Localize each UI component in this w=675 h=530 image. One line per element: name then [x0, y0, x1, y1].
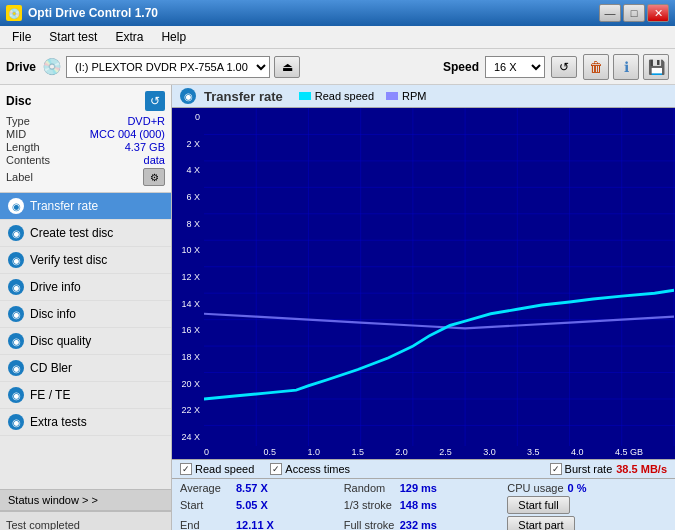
nav-item-extra-tests[interactable]: ◉ Extra tests [0, 409, 171, 436]
disc-type-value: DVD+R [127, 115, 165, 127]
progress-area: Test completed [0, 511, 171, 530]
burst-rate-container: ✓ Burst rate 38.5 MB/s [550, 463, 667, 475]
checkbox-burst-rate-box[interactable]: ✓ [550, 463, 562, 475]
menu-start-test[interactable]: Start test [41, 28, 105, 46]
disc-refresh-button[interactable]: ↺ [145, 91, 165, 111]
chart-wrapper: 24 X 22 X 20 X 18 X 16 X 14 X 12 X 10 X … [172, 108, 675, 446]
eject-button[interactable]: ⏏ [274, 56, 300, 78]
nav-label-drive-info: Drive info [30, 280, 81, 294]
nav-label-transfer-rate: Transfer rate [30, 199, 98, 213]
menu-help[interactable]: Help [153, 28, 194, 46]
nav-label-cd-bler: CD Bler [30, 361, 72, 375]
stat-random-row: Random 129 ms [344, 482, 504, 494]
nav-item-fe-te[interactable]: ◉ FE / TE [0, 382, 171, 409]
nav-item-verify-test-disc[interactable]: ◉ Verify test disc [0, 247, 171, 274]
svg-rect-0 [204, 108, 675, 446]
checkbox-read-speed-label: Read speed [195, 463, 254, 475]
x-tick-0: 0 [204, 447, 248, 457]
nav-item-drive-info[interactable]: ◉ Drive info [0, 274, 171, 301]
x-tick-20: 2.0 [380, 447, 424, 457]
y-tick-14: 14 X [172, 299, 200, 309]
main-content: Disc ↺ Type DVD+R MID MCC 004 (000) Leng… [0, 85, 675, 530]
checkbox-access-times[interactable]: ✓ Access times [270, 463, 350, 475]
menu-bar: File Start test Extra Help [0, 26, 675, 49]
x-tick-40: 4.0 [555, 447, 599, 457]
stat-average-value: 8.57 X [236, 482, 268, 494]
y-tick-12: 12 X [172, 272, 200, 282]
disc-title: Disc [6, 94, 31, 108]
drive-icon: 💿 [42, 57, 62, 76]
start-full-button[interactable]: Start full [507, 496, 569, 514]
minimize-button[interactable]: — [599, 4, 621, 22]
nav-item-create-test-disc[interactable]: ◉ Create test disc [0, 220, 171, 247]
y-tick-18: 18 X [172, 352, 200, 362]
stat-start-part-row: Start part [507, 516, 667, 530]
x-tick-35: 3.5 [511, 447, 555, 457]
status-window-label: Status window > > [8, 494, 98, 506]
stat-start-value: 5.05 X [236, 499, 268, 511]
nav-item-disc-info[interactable]: ◉ Disc info [0, 301, 171, 328]
y-tick-24: 24 X [172, 432, 200, 442]
status-text: Test completed [6, 519, 80, 531]
status-window-button[interactable]: Status window > > [0, 489, 171, 511]
maximize-button[interactable]: □ [623, 4, 645, 22]
burst-rate-value: 38.5 MB/s [616, 463, 667, 475]
stat-start-label: Start [180, 499, 232, 511]
extra-tests-icon: ◉ [8, 414, 24, 430]
save-button[interactable]: 💾 [643, 54, 669, 80]
cd-bler-icon: ◉ [8, 360, 24, 376]
start-part-button[interactable]: Start part [507, 516, 574, 530]
nav-label-extra-tests: Extra tests [30, 415, 87, 429]
speed-select[interactable]: 16 X [485, 56, 545, 78]
stat-random-value: 129 ms [400, 482, 437, 494]
x-tick-10: 1.0 [292, 447, 336, 457]
x-tick-45: 4.5 GB [599, 447, 643, 457]
disc-quality-icon: ◉ [8, 333, 24, 349]
drive-select[interactable]: (I:) PLEXTOR DVDR PX-755A 1.00 [66, 56, 270, 78]
nav-item-cd-bler[interactable]: ◉ CD Bler [0, 355, 171, 382]
x-axis-row: 0 0.5 1.0 1.5 2.0 2.5 3.0 3.5 4.0 4.5 GB [172, 446, 675, 459]
refresh-speed-button[interactable]: ↺ [551, 56, 577, 78]
checkbox-read-speed[interactable]: ✓ Read speed [180, 463, 254, 475]
y-tick-6: 6 X [172, 192, 200, 202]
nav-label-disc-info: Disc info [30, 307, 76, 321]
menu-file[interactable]: File [4, 28, 39, 46]
stat-start-full-row: Start full [507, 496, 667, 514]
stat-full-stroke-label: Full stroke [344, 519, 396, 530]
nav-item-disc-quality[interactable]: ◉ Disc quality [0, 328, 171, 355]
stats-area: Average 8.57 X Random 129 ms CPU usage 0… [172, 478, 675, 530]
app-icon: 💿 [6, 5, 22, 21]
stat-stroke-1-3-label: 1/3 stroke [344, 499, 396, 511]
stat-cpu-label: CPU usage [507, 482, 563, 494]
erase-button[interactable]: 🗑 [583, 54, 609, 80]
nav-item-transfer-rate[interactable]: ◉ Transfer rate [0, 193, 171, 220]
checkbox-access-times-label: Access times [285, 463, 350, 475]
disc-mid-label: MID [6, 128, 26, 140]
fe-te-icon: ◉ [8, 387, 24, 403]
y-tick-16: 16 X [172, 325, 200, 335]
checkbox-access-times-box[interactable]: ✓ [270, 463, 282, 475]
checkbox-read-speed-box[interactable]: ✓ [180, 463, 192, 475]
legend-rpm-label: RPM [402, 90, 426, 102]
menu-extra[interactable]: Extra [107, 28, 151, 46]
disc-label-icon-button[interactable]: ⚙ [143, 168, 165, 186]
y-tick-22: 22 X [172, 405, 200, 415]
stat-average-row: Average 8.57 X [180, 482, 340, 494]
checkbox-burst-rate[interactable]: ✓ Burst rate [550, 463, 613, 475]
stat-random-label: Random [344, 482, 396, 494]
disc-length-value: 4.37 GB [125, 141, 165, 153]
chart-legend: Read speed RPM [299, 90, 427, 102]
disc-mid-value: MCC 004 (000) [90, 128, 165, 140]
x-tick-05: 0.5 [248, 447, 292, 457]
stat-cpu-row: CPU usage 0 % [507, 482, 667, 494]
legend-rpm: RPM [386, 90, 426, 102]
y-tick-0: 0 [172, 112, 200, 122]
disc-info-icon: ◉ [8, 306, 24, 322]
verify-test-disc-icon: ◉ [8, 252, 24, 268]
close-button[interactable]: ✕ [647, 4, 669, 22]
speed-label: Speed [443, 60, 479, 74]
nav-label-create-test-disc: Create test disc [30, 226, 113, 240]
info-button[interactable]: ℹ [613, 54, 639, 80]
y-tick-20: 20 X [172, 379, 200, 389]
drive-label: Drive [6, 60, 36, 74]
